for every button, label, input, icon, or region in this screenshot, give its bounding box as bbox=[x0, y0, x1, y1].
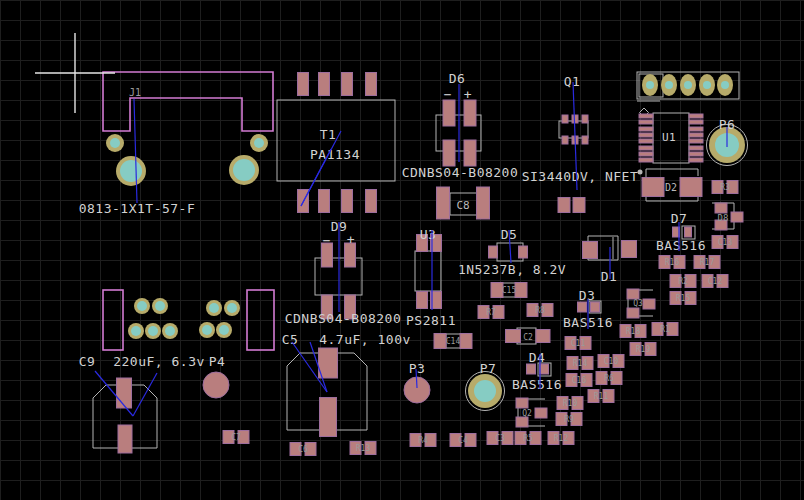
tht-pad[interactable] bbox=[206, 300, 222, 316]
refdes-text[interactable]: D2 bbox=[665, 182, 677, 193]
small-component[interactable]: C3 bbox=[487, 432, 513, 445]
oval-pad[interactable] bbox=[699, 74, 715, 96]
smd-pad[interactable] bbox=[578, 302, 587, 312]
silkscreen-text[interactable]: P4 bbox=[209, 354, 226, 369]
small-component[interactable]: R9 bbox=[556, 413, 582, 426]
smd-pad[interactable] bbox=[689, 133, 703, 137]
silkscreen-text[interactable]: C5 bbox=[282, 332, 299, 347]
smd-pad[interactable] bbox=[689, 152, 703, 156]
silkscreen-text[interactable]: 0813-1X1T-57-F bbox=[79, 201, 196, 216]
smd-pad[interactable] bbox=[506, 330, 521, 343]
refdes-text[interactable]: Q2 bbox=[522, 409, 532, 418]
small-component[interactable]: C6 bbox=[290, 443, 316, 456]
courtyard-rect[interactable] bbox=[103, 290, 123, 350]
silkscreen-text[interactable]: D3 bbox=[579, 288, 596, 303]
courtyard-rect[interactable] bbox=[247, 290, 274, 350]
smd-pad[interactable] bbox=[489, 246, 498, 258]
smd-pad[interactable] bbox=[519, 246, 528, 258]
silkscreen-text[interactable]: U1 bbox=[662, 131, 676, 144]
small-component[interactable]: R12 bbox=[548, 432, 574, 445]
refdes-text[interactable]: R17 bbox=[700, 258, 715, 267]
silkscreen-text[interactable]: − bbox=[444, 87, 452, 102]
silkscreen-text[interactable]: CDNBS04-B08200 bbox=[402, 165, 519, 180]
smd-pad[interactable] bbox=[639, 158, 653, 162]
silkscreen-text[interactable]: + bbox=[464, 87, 472, 102]
refdes-text[interactable]: R1 bbox=[660, 325, 670, 334]
smd-pad[interactable] bbox=[477, 187, 490, 219]
silkscreen-text[interactable]: − bbox=[323, 233, 331, 248]
smd-pad[interactable] bbox=[591, 302, 600, 312]
tht-pad[interactable] bbox=[224, 300, 240, 316]
footprint-outline[interactable] bbox=[559, 121, 588, 138]
silkscreen-text[interactable]: P7 bbox=[480, 361, 497, 376]
smd-pad[interactable] bbox=[689, 114, 703, 118]
silkscreen-text[interactable]: D6 bbox=[449, 71, 466, 86]
oval-pad[interactable] bbox=[642, 74, 658, 96]
smd-pad[interactable] bbox=[689, 139, 703, 143]
smd-pad[interactable] bbox=[460, 334, 472, 349]
smd-pad[interactable] bbox=[573, 198, 585, 213]
small-component[interactable]: C7 bbox=[223, 431, 249, 444]
smd-pad[interactable] bbox=[342, 190, 353, 213]
oval-pad[interactable] bbox=[717, 74, 733, 96]
small-component[interactable]: R7 bbox=[478, 306, 504, 319]
refdes-text[interactable]: C3 bbox=[495, 434, 505, 443]
smd-pad[interactable] bbox=[685, 227, 692, 237]
tht-pad[interactable] bbox=[116, 156, 146, 186]
silkscreen-text[interactable]: 4.7uF, 100v bbox=[319, 332, 411, 347]
small-component[interactable]: R19 bbox=[630, 343, 656, 356]
small-component[interactable]: R4 bbox=[410, 434, 436, 447]
small-component[interactable]: R8 bbox=[527, 304, 553, 317]
smd-pad[interactable] bbox=[582, 115, 588, 123]
smd-pad[interactable] bbox=[434, 334, 446, 349]
smd-pad[interactable] bbox=[639, 133, 653, 137]
silkscreen-text[interactable]: PS2811 bbox=[406, 313, 456, 328]
smd-pad[interactable] bbox=[562, 115, 568, 123]
oval-pad[interactable] bbox=[680, 74, 696, 96]
smd-pad[interactable] bbox=[443, 100, 455, 126]
small-component[interactable]: R2 bbox=[670, 275, 696, 288]
refdes-text[interactable]: C4 bbox=[458, 436, 468, 445]
smd-pad[interactable] bbox=[680, 178, 702, 197]
tht-pad[interactable] bbox=[128, 323, 144, 339]
smd-pad[interactable] bbox=[622, 241, 637, 258]
refdes-text[interactable]: R8 bbox=[535, 306, 545, 315]
small-component[interactable]: C13 bbox=[712, 236, 738, 249]
refdes-text[interactable]: R14 bbox=[573, 359, 588, 368]
small-component[interactable]: C10 bbox=[598, 355, 624, 368]
smd-pad[interactable] bbox=[583, 242, 598, 259]
silkscreen-text[interactable]: + bbox=[347, 232, 355, 247]
smd-pad[interactable] bbox=[536, 330, 550, 343]
small-component[interactable]: C4 bbox=[450, 434, 476, 447]
refdes-text[interactable]: R19 bbox=[636, 345, 651, 354]
silkscreen-text[interactable]: BAS516 bbox=[656, 238, 706, 253]
smd-pad[interactable] bbox=[443, 140, 455, 166]
tht-pad[interactable] bbox=[134, 298, 150, 314]
smd-pad[interactable] bbox=[417, 292, 428, 309]
silkscreen-text[interactable]: PA1134 bbox=[310, 147, 360, 162]
small-component[interactable]: R1 bbox=[652, 323, 678, 336]
smd-pad[interactable] bbox=[643, 299, 655, 309]
tht-pad[interactable] bbox=[162, 323, 178, 339]
tht-pad[interactable] bbox=[145, 323, 161, 339]
smd-pad[interactable] bbox=[689, 158, 703, 162]
smd-pad[interactable] bbox=[627, 308, 639, 318]
smd-pad[interactable] bbox=[342, 73, 353, 96]
smd-pad[interactable] bbox=[437, 187, 450, 219]
refdes-text[interactable]: C7 bbox=[231, 433, 241, 442]
refdes-text[interactable]: C12 bbox=[708, 277, 723, 286]
small-component[interactable]: C12 bbox=[702, 275, 728, 288]
footprint-outline[interactable] bbox=[415, 251, 441, 291]
tht-pad[interactable] bbox=[229, 155, 259, 185]
refdes-text[interactable]: R10 bbox=[563, 399, 578, 408]
refdes-text[interactable]: C11 bbox=[571, 339, 586, 348]
small-component[interactable]: R14 bbox=[567, 357, 593, 370]
refdes-text[interactable]: C13 bbox=[718, 238, 733, 247]
refdes-text[interactable]: R15 bbox=[676, 294, 691, 303]
round-smd-pad[interactable] bbox=[203, 372, 229, 398]
silkscreen-text[interactable]: BAS516 bbox=[512, 377, 562, 392]
small-component[interactable]: R18 bbox=[620, 325, 646, 338]
smd-pad[interactable] bbox=[642, 178, 664, 197]
smd-pad[interactable] bbox=[366, 73, 377, 96]
smd-pad[interactable] bbox=[319, 73, 330, 96]
